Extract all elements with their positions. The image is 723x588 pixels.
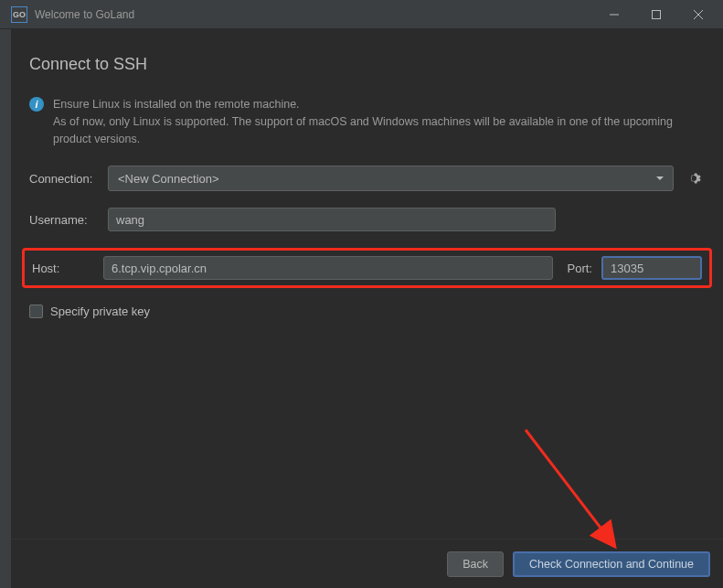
gear-icon	[686, 171, 701, 186]
specify-key-checkbox[interactable]	[29, 305, 43, 318]
info-message: i Ensure Linux is installed on the remot…	[29, 96, 705, 147]
info-icon: i	[29, 97, 44, 112]
host-port-row: Host: Port:	[32, 256, 702, 280]
connection-settings-button[interactable]	[683, 167, 705, 189]
host-input[interactable]	[103, 256, 553, 280]
port-label: Port:	[568, 262, 592, 275]
left-strip	[0, 29, 11, 588]
app-icon: GO	[11, 6, 27, 23]
svg-rect-1	[653, 10, 661, 18]
host-port-highlight: Host: Port:	[22, 248, 712, 288]
host-label: Host:	[32, 262, 94, 275]
connection-value: <New Connection>	[118, 172, 219, 186]
specify-key-label: Specify private key	[50, 305, 150, 318]
close-button[interactable]	[677, 0, 719, 29]
info-text: Ensure Linux is installed on the remote …	[53, 96, 705, 147]
check-connection-button[interactable]: Check Connection and Continue	[513, 551, 710, 577]
username-label: Username:	[29, 213, 99, 227]
connection-dropdown[interactable]: <New Connection>	[108, 166, 674, 191]
maximize-button[interactable]	[635, 0, 677, 29]
titlebar: GO Welcome to GoLand	[0, 0, 723, 29]
window-title: Welcome to GoLand	[35, 8, 593, 21]
window-controls	[593, 0, 719, 29]
page-heading: Connect to SSH	[29, 55, 705, 74]
footer: Back Check Connection and Continue	[11, 539, 723, 588]
connection-label: Connection:	[29, 172, 99, 186]
username-row: Username:	[29, 208, 705, 231]
port-input[interactable]	[601, 256, 702, 280]
specify-key-row: Specify private key	[29, 305, 705, 318]
connection-row: Connection: <New Connection>	[29, 166, 705, 191]
back-button[interactable]: Back	[447, 551, 504, 577]
username-input[interactable]	[108, 208, 556, 231]
main-panel: Connect to SSH i Ensure Linux is install…	[11, 29, 723, 539]
content: Connect to SSH i Ensure Linux is install…	[11, 29, 723, 588]
minimize-button[interactable]	[593, 0, 635, 29]
